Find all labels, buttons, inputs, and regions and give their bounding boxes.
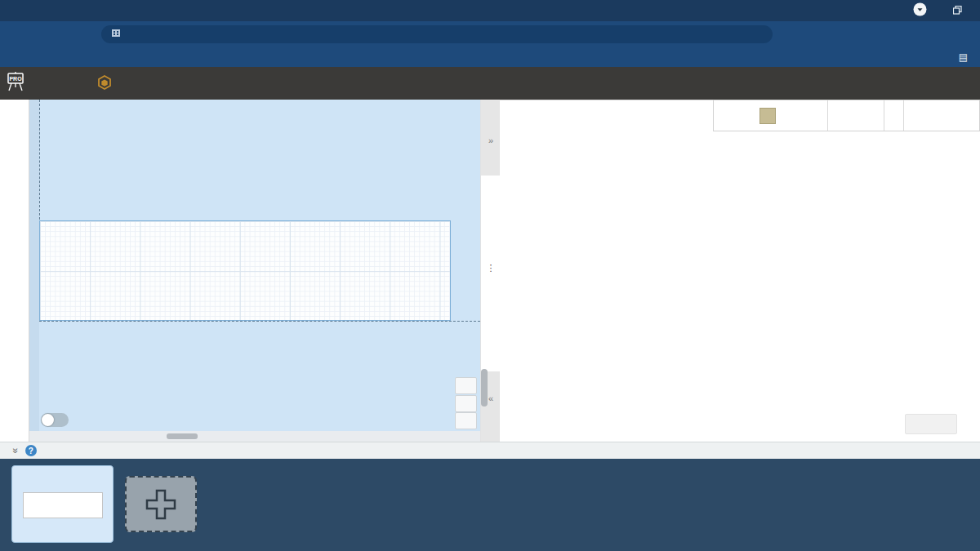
restore-button[interactable] xyxy=(953,3,962,18)
screen: ▤ PRO xyxy=(0,0,980,551)
toggle-knob xyxy=(42,414,54,426)
plus-icon xyxy=(142,486,180,523)
zoom-home-button[interactable] xyxy=(455,412,477,429)
zoom-out-button[interactable] xyxy=(455,395,477,412)
expand-right-chevron[interactable]: » xyxy=(481,136,501,145)
zoom-in-button[interactable] xyxy=(455,377,477,394)
thumbnail-ruler-preview xyxy=(23,492,103,518)
vertical-scrollbar-thumb[interactable] xyxy=(481,369,488,407)
workpiece-2d[interactable] xyxy=(39,220,451,321)
enterprise-icon xyxy=(111,28,121,40)
material-swatch xyxy=(760,108,776,124)
workpieces-bar: » ? xyxy=(0,442,980,459)
workpiece-thumbnails xyxy=(0,459,980,551)
design-canvas-2d[interactable] xyxy=(29,100,480,442)
horizontal-scrollbar[interactable] xyxy=(29,431,480,442)
collapse-chevron-icon[interactable]: » xyxy=(10,448,21,454)
main-area: » ⋮ « xyxy=(0,100,980,442)
window-controls xyxy=(913,0,975,21)
panel-divider: » ⋮ « xyxy=(480,100,500,442)
reading-list-button[interactable]: ▤ xyxy=(959,51,972,63)
material-info-bar xyxy=(713,100,980,131)
canvas-margin xyxy=(29,100,39,442)
media-hub-icon[interactable] xyxy=(913,2,927,20)
add-workpiece-button[interactable] xyxy=(125,476,197,532)
preview-3d-scene xyxy=(500,100,980,442)
divider-drag-handle[interactable]: ⋮ xyxy=(481,263,501,273)
design-toolbar xyxy=(0,100,29,442)
bit-section[interactable] xyxy=(828,100,884,131)
help-icon[interactable]: ? xyxy=(25,445,37,456)
unit-toggle[interactable] xyxy=(41,413,69,427)
simulate-row xyxy=(895,414,967,434)
horizontal-scrollbar-thumb[interactable] xyxy=(167,433,198,439)
easel-header: PRO xyxy=(0,67,980,100)
unit-toggle-row xyxy=(34,413,75,427)
inventables-brand[interactable] xyxy=(97,75,117,92)
cut-settings-button[interactable] xyxy=(904,100,979,131)
browser-nav-bar xyxy=(0,21,980,47)
add-bit-button[interactable] xyxy=(884,100,904,131)
browser-tab-strip xyxy=(0,0,980,21)
simulate-button[interactable] xyxy=(905,414,957,434)
reading-list-icon: ▤ xyxy=(959,51,968,63)
svg-text:PRO: PRO xyxy=(9,76,22,82)
preview-3d-panel[interactable] xyxy=(500,100,980,442)
material-section[interactable] xyxy=(714,100,828,131)
machine-boundary-horizontal xyxy=(39,321,480,322)
inventables-hex-icon xyxy=(97,75,112,92)
workpiece-thumbnail-selected[interactable] xyxy=(11,465,114,543)
easel-pro-logo-icon[interactable]: PRO xyxy=(4,70,27,96)
bookmarks-bar: ▤ xyxy=(0,47,980,67)
url-bar[interactable] xyxy=(101,25,773,43)
